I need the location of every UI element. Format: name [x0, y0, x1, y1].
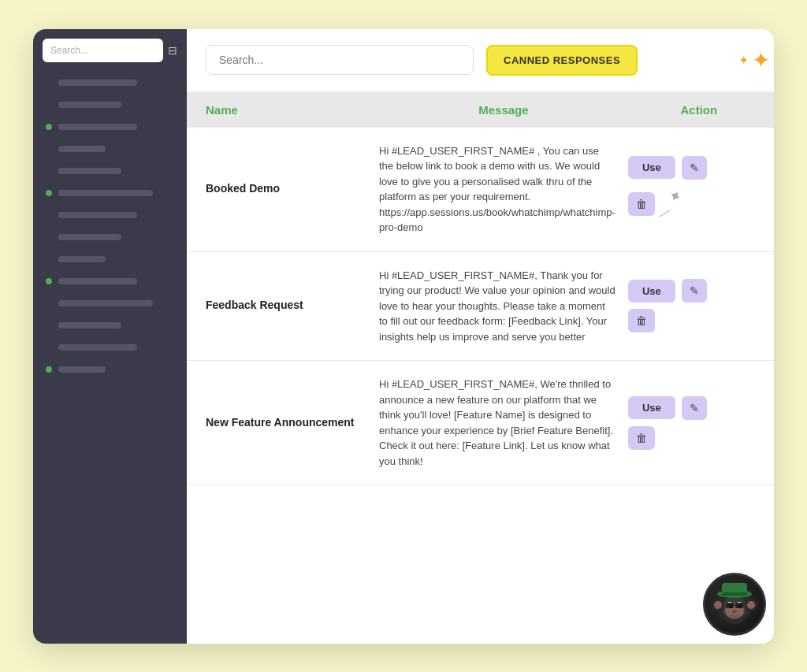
status-dot — [46, 146, 52, 152]
status-dot — [46, 300, 52, 306]
sparkle-decoration: ✦ ✦ — [738, 47, 770, 73]
list-item[interactable] — [43, 229, 177, 245]
sidebar-bar — [58, 278, 137, 284]
status-dot — [46, 102, 52, 108]
svg-rect-13 — [726, 603, 734, 608]
sidebar-bar — [58, 80, 137, 86]
status-dot — [46, 322, 52, 329]
list-item[interactable] — [43, 273, 177, 289]
list-item[interactable] — [43, 141, 177, 157]
sidebar-filter-icon[interactable]: ⊟ — [168, 44, 177, 57]
actions-row-top: Use ✎ — [628, 396, 707, 420]
row-message-booked-demo: Hi #LEAD_USER_FIRST_NAME# , You can use … — [379, 143, 628, 236]
sidebar-bar — [58, 256, 106, 262]
sidebar-bar — [58, 212, 137, 218]
list-item[interactable] — [43, 97, 177, 113]
row-name-booked-demo: Booked Demo — [206, 181, 379, 197]
header-name: Name — [206, 103, 379, 117]
status-dot — [46, 344, 52, 351]
row-message-feedback: Hi #LEAD_USER_FIRST_NAME#, Thank you for… — [379, 268, 628, 345]
status-dot — [46, 234, 52, 240]
row-actions-new-feature: Use ✎ 🗑 — [628, 396, 770, 450]
status-dot — [46, 124, 52, 130]
sidebar-bar — [58, 300, 153, 306]
sidebar-bar — [58, 190, 153, 196]
list-item[interactable] — [43, 295, 177, 311]
list-item[interactable] — [43, 317, 177, 333]
table-row: New Feature Announcement Hi #LEAD_USER_F… — [187, 361, 774, 485]
sidebar-bar — [58, 168, 121, 174]
delete-button-booked-demo[interactable]: 🗑 — [628, 192, 655, 216]
list-item[interactable] — [43, 251, 177, 267]
table-header: Name Message Action — [187, 92, 774, 128]
actions-row-bottom: 🗑 ✦╱ — [628, 186, 678, 223]
svg-point-3 — [714, 601, 722, 609]
status-dot — [46, 190, 52, 196]
actions-row-top: Use ✎ — [628, 156, 707, 180]
status-dot — [46, 80, 52, 86]
actions-row-bottom: 🗑 — [628, 309, 655, 332]
row-actions-feedback: Use ✎ 🗑 — [628, 279, 770, 332]
sidebar: Search... ⊟ — [33, 29, 187, 644]
sidebar-bar — [58, 322, 121, 329]
sidebar-bar — [58, 344, 137, 351]
edit-button-booked-demo[interactable]: ✎ — [682, 156, 707, 180]
status-dot — [46, 366, 52, 373]
edit-button-new-feature[interactable]: ✎ — [682, 396, 707, 420]
use-button-booked-demo[interactable]: Use — [628, 156, 675, 179]
header-message: Message — [379, 103, 628, 117]
use-button-new-feature[interactable]: Use — [628, 396, 675, 419]
delete-button-new-feature[interactable]: 🗑 — [628, 426, 655, 450]
header-action: Action — [628, 103, 770, 117]
app-window: Search... ⊟ — [33, 29, 774, 644]
actions-row-bottom: 🗑 — [628, 426, 655, 450]
actions-row-top: Use ✎ — [628, 279, 707, 303]
sidebar-bar — [58, 146, 106, 152]
sparkle-big-icon: ✦ — [752, 47, 770, 73]
list-item[interactable] — [43, 340, 177, 355]
top-bar: CANNED RESPONSES ✦ ✦ — [187, 29, 774, 92]
main-search-input[interactable] — [206, 45, 474, 75]
svg-rect-19 — [722, 592, 747, 596]
row-message-new-feature: Hi #LEAD_USER_FIRST_NAME#, We're thrille… — [379, 377, 628, 469]
sparkle-small-icon: ✦ — [738, 53, 749, 68]
status-dot — [46, 168, 52, 174]
list-item[interactable] — [43, 362, 177, 377]
sidebar-search-box[interactable]: Search... — [43, 39, 163, 62]
sidebar-search-row: Search... ⊟ — [43, 39, 177, 62]
delete-button-feedback[interactable]: 🗑 — [628, 309, 655, 332]
canned-responses-button[interactable]: CANNED RESPONSES — [486, 45, 638, 76]
status-dot — [46, 278, 52, 284]
svg-rect-14 — [735, 603, 743, 608]
status-dot — [46, 212, 52, 218]
svg-point-16 — [732, 610, 737, 613]
table-row: Feedback Request Hi #LEAD_USER_FIRST_NAM… — [187, 252, 774, 362]
sidebar-bar — [58, 234, 121, 240]
sidebar-bar — [58, 102, 121, 108]
row-actions-booked-demo: Use ✎ 🗑 ✦╱ — [628, 156, 770, 223]
use-button-feedback[interactable]: Use — [628, 280, 675, 303]
list-item[interactable] — [43, 163, 177, 179]
list-item[interactable] — [43, 119, 177, 135]
monkey-mascot — [703, 573, 766, 636]
svg-point-5 — [747, 601, 755, 609]
list-item[interactable] — [43, 207, 177, 223]
row-name-feedback: Feedback Request — [206, 298, 379, 314]
sidebar-bar — [58, 124, 137, 130]
table-container: Name Message Action Booked Demo Hi #LEAD… — [187, 92, 774, 644]
table-row: Booked Demo Hi #LEAD_USER_FIRST_NAME# , … — [187, 128, 774, 252]
list-item[interactable] — [43, 185, 177, 201]
sidebar-search-text: Search... — [50, 45, 88, 56]
edit-button-feedback[interactable]: ✎ — [682, 279, 707, 303]
list-item[interactable] — [43, 75, 177, 91]
row-name-new-feature: New Feature Announcement — [206, 415, 379, 431]
sidebar-bar — [58, 366, 106, 373]
main-content: CANNED RESPONSES ✦ ✦ Name Message Action… — [187, 29, 774, 644]
ai-wand-icon-booked-demo: ✦╱ — [656, 184, 686, 223]
status-dot — [46, 256, 52, 262]
